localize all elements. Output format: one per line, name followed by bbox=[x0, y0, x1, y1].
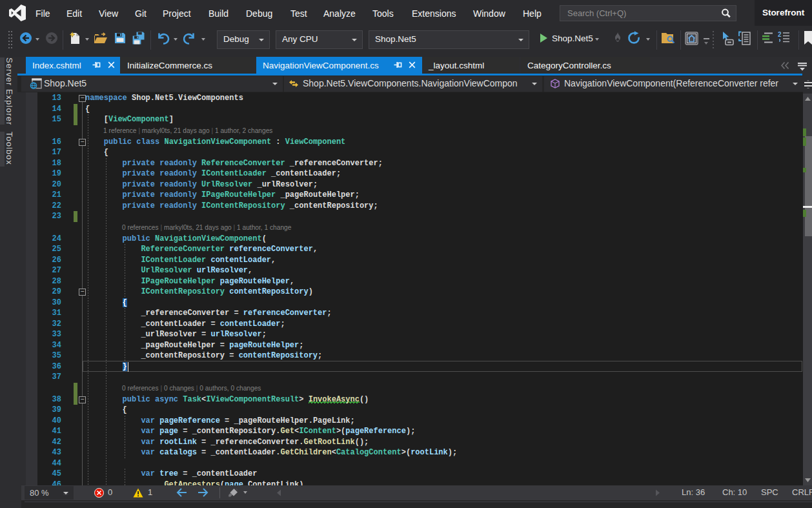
svg-text:2: 2 bbox=[778, 31, 782, 38]
